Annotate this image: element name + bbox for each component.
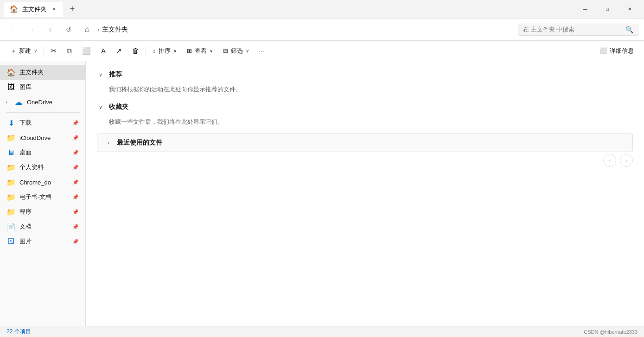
copy-icon: ⧉ [67,47,72,55]
docs-icon: 📄 [6,222,16,231]
pictures-pin-icon: 📌 [72,239,79,245]
title-bar-left: 🏠 主文件夹 ✕ + [4,2,574,17]
sidebar-item-home[interactable]: 🏠 主文件夹 [0,65,85,80]
statusbar: 22 个项目 CSDN @hibernate2333 [0,326,644,337]
chrome-pin-icon: 📌 [72,179,79,185]
item-count: 22 个项目 [6,328,31,336]
ebook-pin-icon: 📌 [72,194,79,200]
details-button[interactable]: ⬜ 详细信息 [595,45,638,57]
sidebar-item-icloud[interactable]: 📁 iCloudDrive 📌 [0,130,85,145]
sort-dropdown-icon: ∨ [173,48,177,53]
delete-icon: 🗑 [132,47,139,55]
program-folder-icon: 📁 [6,207,16,216]
content-area: ∨ 推荐 我们将根据你的活动在此处向你显示推荐的文件。 ∨ 收藏夹 收藏一些文件… [86,61,644,167]
rename-button[interactable]: A [96,45,110,57]
download-pin-icon: 📌 [72,120,79,126]
sidebar-item-docs[interactable]: 📄 文档 📌 [0,219,85,234]
favorites-chevron: ∨ [97,103,104,111]
favorites-desc: 收藏一些文件后，我们将在此处显示它们。 [97,118,633,126]
sidebar-item-onedrive-label: OneDrive [27,99,52,106]
icloud-folder-icon: 📁 [6,133,16,142]
new-button[interactable]: ＋ 新建 ∨ [6,45,42,57]
sidebar-item-download[interactable]: ⬇ 下载 📌 [0,115,85,130]
favorites-section-header[interactable]: ∨ 收藏夹 [97,101,633,113]
back-button[interactable]: ← [6,22,20,37]
sidebar-item-gallery[interactable]: 🖼 图库 [0,80,85,95]
sidebar-item-desktop[interactable]: 🖥 桌面 📌 [0,145,85,160]
sidebar-item-desktop-label: 桌面 [19,148,32,157]
maximize-button[interactable]: □ [597,2,618,17]
toolbar: ＋ 新建 ∨ ✂ ⧉ ⬜ A ↗ 🗑 ↕ 排序 ∨ ⊞ 查看 ∨ ⊟ 筛选 ∨ … [0,41,644,61]
sidebar-item-pictures-label: 图片 [19,237,32,246]
sidebar-divider [6,112,80,113]
sidebar-item-ebook-label: 电子书-文档 [19,193,51,201]
view-button[interactable]: ⊞ 查看 ∨ [182,45,217,57]
sidebar-item-program-label: 程序 [19,208,32,216]
paste-button[interactable]: ⬜ [77,45,96,57]
filter-label: 筛选 [231,47,243,55]
sidebar-item-gallery-label: 图库 [19,83,32,91]
sidebar-item-personal[interactable]: 📁 个人资料 📌 [0,160,85,175]
search-icon: 🔍 [625,26,633,33]
sidebar-item-onedrive[interactable]: › ☁ OneDrive [0,95,85,109]
ebook-folder-icon: 📁 [6,192,16,202]
recent-files-row[interactable]: › 最近使用的文件 [97,134,633,152]
chrome-folder-icon: 📁 [6,178,16,187]
toolbar-right: ⬜ 详细信息 [595,45,638,57]
filter-dropdown-icon: ∨ [246,48,249,53]
home-button[interactable]: ⌂ [80,22,95,37]
sidebar-item-home-label: 主文件夹 [19,68,44,76]
close-button[interactable]: ✕ [619,2,640,17]
title-bar: 🏠 主文件夹 ✕ + — □ ✕ [0,0,644,19]
address-bar: ← → ↑ ↺ ⌂ › 主文件夹 🔍 [0,19,644,41]
sort-button[interactable]: ↕ 排序 ∨ [148,45,181,57]
recommended-section-header[interactable]: ∨ 推荐 [97,69,633,81]
favorites-section: ∨ 收藏夹 收藏一些文件后，我们将在此处显示它们。 [97,101,633,126]
recommended-desc: 我们将根据你的活动在此处向你显示推荐的文件。 [97,85,633,94]
delete-button[interactable]: 🗑 [128,45,144,57]
sidebar-item-download-label: 下载 [19,119,32,127]
sidebar-item-pictures[interactable]: 🖼 图片 📌 [0,234,85,249]
forward-button[interactable]: → [24,22,39,37]
onedrive-icon: ☁ [14,97,23,107]
content-next-button[interactable]: › [620,154,633,167]
tab-folder-icon: 🏠 [9,5,19,14]
pictures-icon: 🖼 [6,237,16,246]
up-button[interactable]: ↑ [43,22,57,37]
more-icon: ··· [259,47,264,54]
rename-icon: A [101,47,106,55]
program-pin-icon: 📌 [72,209,79,215]
icloud-pin-icon: 📌 [72,135,79,141]
breadcrumb-path: 主文件夹 [102,25,128,34]
sidebar-item-program[interactable]: 📁 程序 📌 [0,204,85,219]
onedrive-expand-icon: › [3,98,10,106]
docs-pin-icon: 📌 [72,224,79,230]
sidebar-item-personal-label: 个人资料 [19,163,44,172]
sidebar-item-ebook[interactable]: 📁 电子书-文档 📌 [0,190,85,204]
tab-close-button[interactable]: ✕ [50,6,57,13]
share-button[interactable]: ↗ [111,45,127,57]
copy-button[interactable]: ⧉ [62,45,77,57]
content-nav: ‹ › [603,154,633,167]
sidebar-item-chrome[interactable]: 📁 Chrome_do 📌 [0,175,85,190]
more-button[interactable]: ··· [255,45,269,57]
tab-label: 主文件夹 [22,5,46,13]
paste-icon: ⬜ [82,47,91,55]
content-prev-button[interactable]: ‹ [603,154,616,167]
filter-button[interactable]: ⊟ 筛选 ∨ [218,45,254,57]
gallery-icon: 🖼 [6,83,16,92]
view-label: 查看 [195,47,207,55]
refresh-button[interactable]: ↺ [61,22,76,37]
window-controls: — □ ✕ [574,2,640,17]
cut-button[interactable]: ✂ [46,44,61,57]
sidebar: 🏠 主文件夹 🖼 图库 › ☁ OneDrive ⬇ 下载 📌 📁 iCloud… [0,61,86,326]
download-icon: ⬇ [6,118,16,127]
content-wrapper: ∨ 推荐 我们将根据你的活动在此处向你显示推荐的文件。 ∨ 收藏夹 收藏一些文件… [86,61,644,326]
search-input[interactable] [523,26,622,33]
sidebar-item-chrome-label: Chrome_do [19,179,51,186]
details-panel-icon: ⬜ [599,47,607,54]
minimize-button[interactable]: — [574,2,596,17]
new-label: 新建 [19,47,31,55]
new-tab-button[interactable]: + [66,3,79,16]
active-tab[interactable]: 🏠 主文件夹 ✕ [4,2,63,17]
